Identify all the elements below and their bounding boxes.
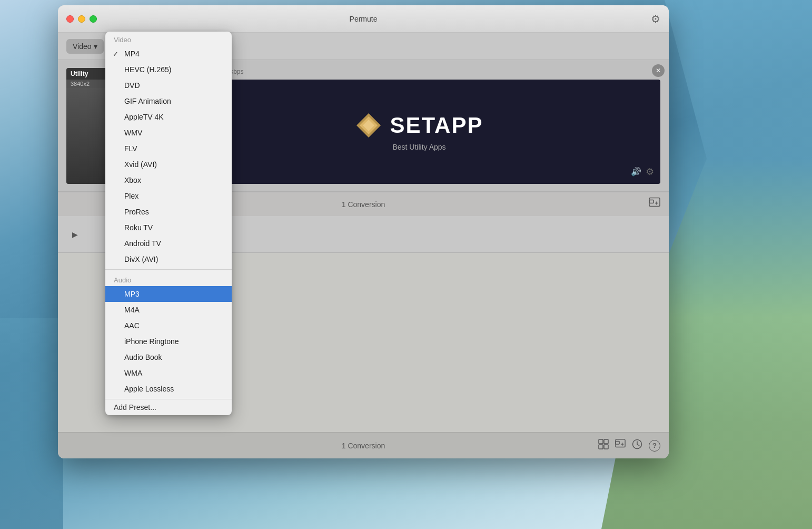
audio-play-button[interactable]: ▶ <box>66 226 83 243</box>
setapp-subtitle: Best Utility Apps <box>392 143 445 151</box>
menu-item-xvid[interactable]: Xvid (AVI) <box>105 156 232 172</box>
wma-label: WMA <box>124 369 142 377</box>
svg-rect-9 <box>599 445 603 449</box>
app-title: Permute <box>350 15 378 23</box>
menu-item-plex[interactable]: Plex <box>105 188 232 204</box>
grid-icon-svg <box>598 439 609 449</box>
xbox-label: Xbox <box>124 176 141 184</box>
iphone-ringtone-label: iPhone Ringtone <box>124 337 179 346</box>
audio-book-label: Audio Book <box>124 353 162 361</box>
export-icon[interactable] <box>615 439 626 452</box>
ocean-decoration <box>0 318 63 529</box>
menu-item-divx[interactable]: DivX (AVI) <box>105 251 232 267</box>
video-preview: SETAPP Best Utility Apps ▶ 🔊 ⚙ <box>178 80 660 184</box>
svg-line-17 <box>637 444 639 446</box>
title-bar: Permute ⚙ <box>58 5 669 33</box>
svg-rect-10 <box>604 445 608 449</box>
roku-label: Roku TV <box>124 223 153 232</box>
menu-item-aac[interactable]: AAC <box>105 318 232 334</box>
menu-item-mp4[interactable]: MP4 <box>105 46 232 62</box>
aac-label: AAC <box>124 321 140 330</box>
menu-item-dvd[interactable]: DVD <box>105 77 232 93</box>
menu-item-mp3[interactable]: MP3 <box>105 286 232 302</box>
video-audio-controls: 🔊 ⚙ <box>631 166 654 178</box>
menu-item-prores[interactable]: ProRes <box>105 204 232 220</box>
svg-rect-7 <box>599 439 603 444</box>
m4a-label: M4A <box>124 306 140 314</box>
add-files-icon <box>649 197 660 209</box>
divx-label: DivX (AVI) <box>124 255 158 263</box>
bottom-conversion-count: 1 Conversion <box>342 442 385 450</box>
section-divider <box>105 269 232 270</box>
video-close-button[interactable]: ✕ <box>652 64 665 77</box>
audio-play-icon: ▶ <box>72 230 78 239</box>
menu-item-xbox[interactable]: Xbox <box>105 172 232 188</box>
close-icon: ✕ <box>656 67 661 74</box>
gif-label: GIF Animation <box>124 97 171 105</box>
hevc-label: HEVC (H.265) <box>124 65 171 74</box>
menu-item-add-preset[interactable]: Add Preset... <box>105 399 232 415</box>
mp3-label: MP3 <box>124 290 140 298</box>
audio-volume-icon[interactable]: 🔊 <box>631 166 641 177</box>
video-meta: 04:35 • AAC • 125 kbps <box>178 68 660 75</box>
menu-item-apple-lossless[interactable]: Apple Lossless <box>105 381 232 397</box>
menu-item-m4a[interactable]: M4A <box>105 302 232 318</box>
svg-rect-3 <box>649 198 660 206</box>
wmv-label: WMV <box>124 129 142 137</box>
add-files-button[interactable] <box>649 197 660 211</box>
history-clock-icon[interactable] <box>632 439 642 452</box>
svg-rect-11 <box>616 439 625 447</box>
menu-item-flv[interactable]: FLV <box>105 141 232 156</box>
close-button[interactable] <box>66 15 74 23</box>
setapp-title: SETAPP <box>390 113 483 138</box>
bottom-icons: ? <box>598 439 660 452</box>
svg-rect-12 <box>616 442 619 444</box>
audio-section-header: Audio <box>105 272 232 286</box>
menu-item-roku[interactable]: Roku TV <box>105 220 232 236</box>
xvid-label: Xvid (AVI) <box>124 160 157 169</box>
menu-item-appletv[interactable]: AppleTV 4K <box>105 109 232 125</box>
format-label: Video <box>73 42 92 51</box>
help-icon[interactable]: ? <box>649 440 660 452</box>
menu-item-android-tv[interactable]: Android TV <box>105 236 232 251</box>
appletv-label: AppleTV 4K <box>124 113 164 121</box>
svg-rect-4 <box>649 200 653 203</box>
export-icon-svg <box>615 439 626 449</box>
menu-item-iphone-ringtone[interactable]: iPhone Ringtone <box>105 334 232 349</box>
conversion-count: 1 Conversion <box>342 200 385 209</box>
minimize-button[interactable] <box>78 15 85 23</box>
menu-item-gif[interactable]: GIF Animation <box>105 93 232 109</box>
android-tv-label: Android TV <box>124 239 161 248</box>
dvd-label: DVD <box>124 81 140 90</box>
menu-item-audio-book[interactable]: Audio Book <box>105 349 232 365</box>
format-dropdown-menu: Video MP4 HEVC (H.265) DVD GIF Animation… <box>105 32 232 415</box>
plex-label: Plex <box>124 192 138 200</box>
grid-view-icon[interactable] <box>598 439 609 452</box>
prores-label: ProRes <box>124 208 149 216</box>
apple-lossless-label: Apple Lossless <box>124 385 174 393</box>
format-selector-button[interactable]: Video ▾ <box>66 39 104 54</box>
mp4-label: MP4 <box>124 50 140 58</box>
window-controls <box>66 15 97 23</box>
menu-item-wmv[interactable]: WMV <box>105 125 232 141</box>
svg-rect-8 <box>604 439 608 444</box>
setapp-diamond-icon <box>355 112 382 139</box>
setapp-logo-area: SETAPP <box>355 112 483 139</box>
settings-gear-icon[interactable]: ⚙ <box>651 13 660 25</box>
video-section-header: Video <box>105 32 232 46</box>
menu-item-wma[interactable]: WMA <box>105 365 232 381</box>
maximize-button[interactable] <box>90 15 97 23</box>
add-preset-label: Add Preset... <box>114 403 156 412</box>
dropdown-arrow-icon: ▾ <box>94 42 97 51</box>
setapp-banner: SETAPP Best Utility Apps <box>178 80 660 184</box>
clock-icon-svg <box>632 439 642 449</box>
flv-label: FLV <box>124 144 137 153</box>
menu-item-hevc[interactable]: HEVC (H.265) <box>105 62 232 77</box>
video-settings-icon[interactable]: ⚙ <box>646 166 654 178</box>
bottom-bar: 1 Conversion <box>58 432 669 458</box>
